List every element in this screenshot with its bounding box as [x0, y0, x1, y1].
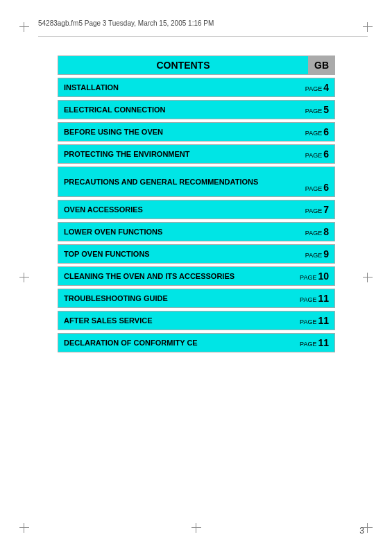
toc-row: DECLARATION OF CONFORMITY CEPAGE11	[58, 333, 335, 352]
toc-row: INSTALLATIONPAGE4	[58, 78, 335, 97]
toc-label: LOWER OVEN FUNCTIONS	[58, 223, 293, 241]
toc-row: TOP OVEN FUNCTIONSPAGE9	[58, 244, 335, 264]
header-text: 54283agb.fm5 Page 3 Tuesday, March 15, 2…	[38, 19, 214, 27]
contents-title: CONTENTS	[58, 56, 308, 75]
toc-page: PAGE6	[293, 167, 334, 196]
toc-label: ELECTRICAL CONNECTION	[58, 101, 293, 119]
toc-label: PROTECTING THE ENVIRONMENT	[58, 145, 293, 163]
gb-label: GB	[308, 56, 335, 75]
toc-label: BEFORE USING THE OVEN	[58, 123, 293, 141]
toc-label: OVEN ACCESSORIES	[58, 200, 293, 219]
toc-row: BEFORE USING THE OVENPAGE6	[58, 122, 335, 142]
toc-label: TROUBLESHOOTING GUIDE	[58, 289, 293, 307]
toc-label: PRECAUTIONS AND GENERAL RECOMMENDATIONS	[58, 167, 293, 196]
toc-page: PAGE6	[293, 123, 334, 141]
top-left-cross	[19, 22, 29, 32]
toc-container: CONTENTS GB INSTALLATIONPAGE4ELECTRICAL …	[58, 56, 335, 352]
toc-row: AFTER SALES SERVICEPAGE11	[58, 311, 335, 330]
toc-page: PAGE5	[293, 101, 334, 119]
toc-page: PAGE4	[293, 78, 334, 96]
toc-label: CLEANING THE OVEN AND ITS ACCESSORIES	[58, 267, 293, 285]
toc-label: INSTALLATION	[58, 78, 293, 96]
toc-row: PROTECTING THE ENVIRONMENTPAGE6	[58, 144, 335, 164]
toc-row: TROUBLESHOOTING GUIDEPAGE11	[58, 289, 335, 308]
toc-label: DECLARATION OF CONFORMITY CE	[58, 334, 293, 352]
toc-row: OVEN ACCESSORIESPAGE7	[58, 200, 335, 219]
toc-page: PAGE11	[293, 311, 334, 330]
toc-page: PAGE7	[293, 200, 334, 219]
page: 54283agb.fm5 Page 3 Tuesday, March 15, 2…	[0, 0, 392, 555]
bottom-left-cross	[19, 523, 29, 533]
toc-row: CLEANING THE OVEN AND ITS ACCESSORIESPAG…	[58, 266, 335, 286]
toc-row: PRECAUTIONS AND GENERAL RECOMMENDATIONSP…	[58, 166, 335, 197]
left-middle-cross	[19, 273, 29, 282]
title-row: CONTENTS GB	[58, 56, 335, 75]
right-middle-cross	[363, 273, 373, 282]
toc-row: ELECTRICAL CONNECTIONPAGE5	[58, 100, 335, 119]
toc-rows: INSTALLATIONPAGE4ELECTRICAL CONNECTIONPA…	[58, 78, 335, 352]
toc-row: LOWER OVEN FUNCTIONSPAGE8	[58, 222, 335, 241]
toc-page: PAGE6	[293, 145, 334, 163]
toc-page: PAGE11	[293, 334, 334, 352]
bottom-right-cross	[363, 523, 373, 533]
bottom-center-cross	[191, 523, 201, 533]
toc-page: PAGE10	[293, 267, 334, 285]
toc-page: PAGE11	[293, 289, 334, 307]
header-bar: 54283agb.fm5 Page 3 Tuesday, March 15, 2…	[38, 19, 368, 27]
toc-label: TOP OVEN FUNCTIONS	[58, 245, 293, 263]
toc-label: AFTER SALES SERVICE	[58, 311, 293, 330]
header-divider	[38, 36, 368, 37]
toc-page: PAGE9	[293, 245, 334, 263]
toc-page: PAGE8	[293, 223, 334, 241]
